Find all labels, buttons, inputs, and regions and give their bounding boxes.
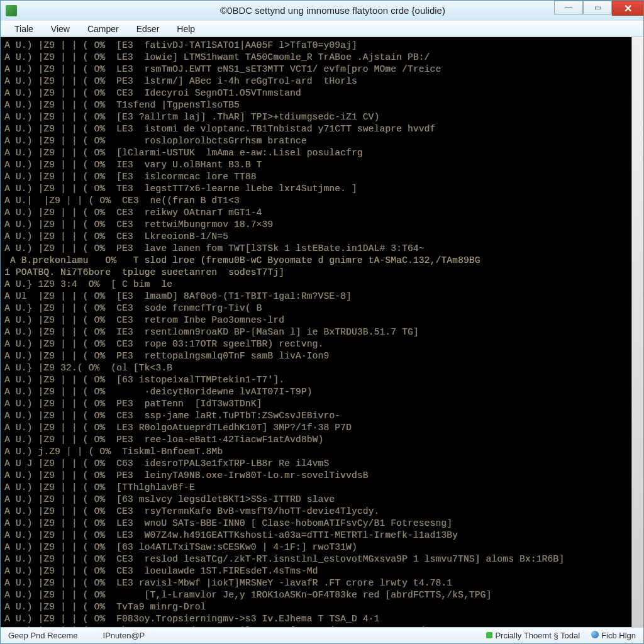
terminal-line: A U.) |Z9 | | ( O% PE3 patTenn [IdT3w3TD… [4, 398, 643, 410]
terminal-line: A U.) |Z9 | | ( O% Chenpteun vtIdTBF:Sar… [4, 625, 643, 627]
terminal-line: A U.) |Z9 | | ( O% CE3 rsyTermnKafe BvB-… [4, 506, 643, 518]
terminal-line: A U.) |Z9 | | ( O% TE3 legstTT7x6-learne… [4, 183, 643, 195]
terminal-line: A U.) |Z9 | | ( O% PE3 lave lanen fom TW… [4, 243, 643, 255]
status-right: Prcially Thoemt § Todal Ficb Hlgn [486, 631, 636, 640]
menu-view[interactable]: View [42, 22, 79, 36]
title-wrap: ©0BDC settynd ung imnomuse flatytoon crd… [22, 5, 643, 16]
terminal-line: A U.) |Z9 | | ( O% LE3 istomi de vloptan… [4, 123, 643, 135]
terminal-line: A B.prekonlamu O% T slod lroe (fremu0B-w… [4, 255, 643, 267]
terminal-line: A U.) |Z9 | | ( O% [TThlghlavBf-E [4, 482, 643, 494]
status-geep: Geep Pnd Receme [8, 631, 78, 640]
terminal-line: A U.) |Z9 | | ( O% [E3 islcormcac lore T… [4, 171, 643, 183]
close-button[interactable]: ✕ [612, 1, 643, 16]
terminal-line: A U.) |Z9 | | ( O% CE3 reslod lesaTCg/.z… [4, 553, 643, 565]
terminal-line: A U.) |Z9 | | ( O% CE3 ssp·jame laRt.TuP… [4, 410, 643, 422]
terminal-line: A U.) |Z9 | | ( O% PE3 lstrm/] ABec i-4h… [4, 75, 643, 87]
terminal-line: A U.) |Z9 | | ( O% CE3 Idecyroi SegnOT1.… [4, 87, 643, 99]
terminal-line: A U.) |Z9 | | ( O% TvTa9 minrg-Drol [4, 601, 643, 613]
terminal-line: A U.) |Z9 | | ( O% LE3 wnoU SATs-BBE-INN… [4, 518, 643, 530]
status-pnuten: IPnuten@P [103, 631, 145, 640]
terminal-line: A U.) |Z9 | | ( O% F083oy.Tropsierningmv… [4, 613, 643, 625]
terminal-line: A U.) |Z9 | | ( O% LE3 W07Z4w.h491GEATTK… [4, 530, 643, 541]
terminal-line: A U.) |Z9 | | ( O% LE3 rsmTmOJ.EWTT eNS1… [4, 64, 643, 75]
terminal-line: A U.} 1Z9 3:4 O% [ C bim le [4, 279, 643, 291]
terminal-line: A U.) |Z9 | | ( O% LE3 lowie] LTMS1hwamt… [4, 52, 643, 64]
status-ficb: Ficb Hlgn [591, 631, 636, 640]
globe-icon [591, 631, 599, 638]
status-prcially: Prcially Thoemt § Todal [486, 631, 580, 640]
terminal-line: A U.) |Z9 | | ( O% [63 istopeixalTTMPtek… [4, 374, 643, 386]
terminal-line: A U.) |Z9 | | ( O% ·deicytHoridewne lvAI… [4, 386, 643, 398]
terminal-line: A Ul |Z9 | | ( O% [E3 lmamD] 8Af0o6-(T1-… [4, 291, 643, 303]
titlebar[interactable]: ©0BDC settynd ung imnomuse flatytoon crd… [1, 1, 643, 21]
terminal-line: A U.) |Z9 | | ( O% PE3 ree-loa-eBat1·42T… [4, 434, 643, 446]
terminal-line: A U.} |Z9 32.( O% (ol [Tk<3.B [4, 362, 643, 374]
terminal-line: A U J |Z9 | | ( O% C63 idesroTPAL3e1fxTR… [4, 458, 643, 470]
terminal-line: A U.) |Z9 | | ( O% rosloplorolbctsGrrhsm… [4, 135, 643, 147]
menu-help[interactable]: Help [168, 22, 204, 36]
terminal-line: A U.) |Z9 | | ( O% [63 mslvcy legsdletBK… [4, 494, 643, 506]
terminal-line: A U.) |Z9 | | ( O% T1sfend |TgpensTlsoTB… [4, 99, 643, 111]
status-ok-icon [486, 632, 492, 638]
terminal-line: A U.} |Z9 | | ( O% CE3 sode fcnmcfTrg-Ti… [4, 303, 643, 314]
terminal-line: A U.) |Z9 | | ( O% LE3 R0olgoAtueprdTLed… [4, 422, 643, 434]
menu-camper[interactable]: Camper [79, 22, 128, 36]
app-icon [6, 5, 17, 16]
terminal-output[interactable]: A U.) |Z9 | | ( O% [E3 fativDJ-TATlSATO1… [1, 37, 643, 627]
terminal-line: A U.) |Z9 | | ( O% CE3 retrom Inbe Pao3o… [4, 314, 643, 326]
terminal-line: 1 POATBQ. Ni7T6bore tpluge sueetanren so… [4, 267, 643, 279]
menubar: Tiale View Camper Edser Help [1, 21, 643, 37]
terminal-line: A U.| |Z9 | | ( O% CE3 ne((fran B dT1<3 [4, 195, 643, 207]
window-controls: — ▭ ✕ [554, 1, 643, 18]
terminal-line: A U.) |Z9 | | ( O% CE3 rope 03:17OTR sge… [4, 338, 643, 350]
terminal-line: A U.) |Z9 | | ( O% [E3 ?allrtm laj] .ThA… [4, 111, 643, 123]
terminal-line: A U.) |Z9 | | ( O% CE3 rettwiMbungrmov 1… [4, 219, 643, 231]
terminal-line: A U.) |Z9 | | ( O% CE3 reikwy OAtnarT mG… [4, 207, 643, 219]
minimize-button[interactable]: — [554, 1, 583, 14]
terminal-line: A U.) |Z9 | | ( O% [lClarmi-USTUK lmAma … [4, 147, 643, 159]
terminal-line: A U.) |Z9 | | ( O% [E3 fativDJ-TATlSATO1… [4, 40, 643, 52]
window-title: ©0BDC settynd ung imnomuse flatytoon crd… [220, 5, 445, 16]
terminal-line: A U.) |Z9 | | ( O% PE3 leinyTA9NB.oxe-Ir… [4, 470, 643, 482]
menu-edser[interactable]: Edser [128, 22, 169, 36]
terminal-line: A U.) |Z9 | | ( O% LE3 ravisl-Mbwf |iokT… [4, 577, 643, 589]
terminal-line: A U.) |Z9 | | ( O% PE3 rettopalngsmlq0Tn… [4, 350, 643, 362]
maximize-button[interactable]: ▭ [583, 1, 612, 14]
terminal-line: A U.) |Z9 | | ( O% [T,l-Lramvlor Je,y 1R… [4, 589, 643, 601]
menu-tiale[interactable]: Tiale [6, 22, 42, 36]
terminal-line: A U.) |Z9 | | ( O% [63 lo4ATLTxiTSaw:sCE… [4, 541, 643, 553]
terminal-line: A U.) |Z9 | | ( O% CE3 LkreoionB-1/N=5 [4, 231, 643, 243]
terminal-line: A U.) |Z9 | | ( O% IE3 vary U.olBHant B3… [4, 159, 643, 171]
statusbar: Geep Pnd Receme IPnuten@P Prcially Thoem… [1, 627, 643, 643]
app-window: ©0BDC settynd ung imnomuse flatytoon crd… [0, 0, 644, 644]
status-left: Geep Pnd Receme IPnuten@P [8, 631, 486, 640]
terminal-line: A U.) j.Z9 | | ( O% Tiskml-BnfoemT.8Mb [4, 446, 643, 458]
terminal-line: A U.) |Z9 | | ( O% CE3 loeulawde 1ST.FIR… [4, 565, 643, 577]
terminal-line: A U.) |Z9 | | ( O% IE3 rsentlomn9roaKD B… [4, 326, 643, 338]
